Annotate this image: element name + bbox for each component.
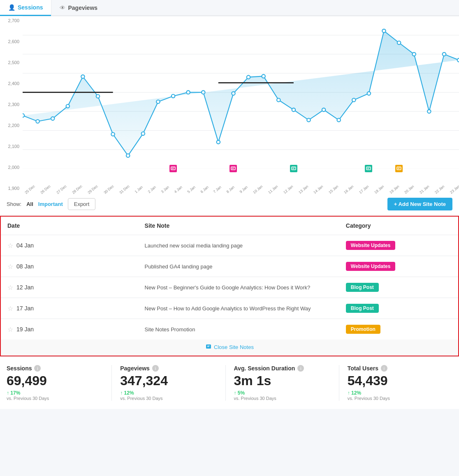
stat-avg-session: Avg. Session Duration i 3m 1s ↑ 5% vs. P… [226,365,339,401]
col-header-category: Category [339,217,458,235]
x-label: 5 Jan [186,185,196,194]
svg-point-16 [126,154,130,157]
svg-point-29 [322,108,325,111]
stat-total-users: Total Users i 54,439 ↑ 12% vs. Previous … [339,365,452,401]
table-header-row: Date Site Note Category [1,217,458,235]
x-label: 8 Jan [226,185,235,194]
close-notes-label: Close Site Notes [214,344,254,350]
stat-total-users-info[interactable]: i [381,365,387,372]
svg-point-11 [51,117,54,120]
y-label-1: 2,600 [0,39,23,44]
star-icon[interactable]: ☆ [7,242,13,250]
table-cell-category: Promotion [339,319,458,340]
y-label-8: 1,900 [0,186,23,191]
table-row: ☆ 08 Jan Published GA4 landing page Webs… [1,256,458,277]
close-notes-link[interactable]: Close Site Notes [205,344,254,350]
svg-point-26 [277,98,280,102]
svg-point-32 [367,92,371,95]
filter-all[interactable]: All [26,201,33,207]
table-row: ☆ 17 Jan New Post – How to Add Google An… [1,298,458,319]
x-label: 2 Jan [147,185,157,194]
table-cell-date: ☆ 08 Jan [1,256,138,277]
svg-point-31 [352,98,355,102]
x-axis: 25 Dec 26 Dec 27 Dec 28 Dec 29 Dec 30 De… [23,185,459,192]
filter-important[interactable]: Important [38,201,63,207]
svg-point-14 [96,95,100,98]
note-text: Site Notes Promotion [145,326,195,333]
x-label: 6 Jan [199,185,209,194]
add-note-button[interactable]: + Add New Site Note [387,198,452,210]
stat-avg-session-prev: vs. Previous 30 Days [234,396,331,401]
svg-point-21 [202,90,205,94]
note-text: Published GA4 landing page [145,263,213,270]
svg-point-9 [23,114,24,117]
table-cell-note: New Post – How to Add Google Analytics t… [138,298,339,319]
table-cell-note: New Post – Beginner's Guide to Google An… [138,277,339,298]
svg-point-37 [443,53,446,56]
category-badge: Website Updates [346,241,395,250]
col-header-note: Site Note [138,217,339,235]
stat-pageviews-info[interactable]: i [152,365,159,372]
note-text: New Post – How to Add Google Analytics t… [145,305,311,312]
y-label-3: 2,400 [0,81,23,86]
svg-point-13 [81,75,84,78]
star-icon[interactable]: ☆ [7,263,13,270]
page-wrapper: 👤 Sessions 👁 Pageviews 2,700 2,600 2,500… [0,0,459,409]
table-cell-category: Blog Post [339,277,458,298]
svg-point-17 [141,132,145,135]
date-value: 08 Jan [16,263,34,270]
stat-pageviews-change: ↑ 12% [120,390,217,396]
date-value: 19 Jan [16,326,34,333]
table-cell-note: Published GA4 landing page [138,256,339,277]
star-icon[interactable]: ☆ [7,326,13,333]
svg-point-24 [247,75,250,79]
date-value: 17 Jan [16,305,34,312]
x-label: 9 Jan [239,185,248,194]
table-cell-date: ☆ 17 Jan [1,298,138,319]
star-icon[interactable]: ☆ [7,284,13,291]
table-cell-category: Website Updates [339,235,458,256]
svg-point-23 [232,92,235,95]
stat-total-users-prev: vs. Previous 30 Days [348,396,444,401]
category-badge: Promotion [346,325,380,334]
y-label-7: 2,000 [0,165,23,170]
svg-point-35 [412,53,415,56]
stat-sessions: Sessions i 69,499 ↑ 17% vs. Previous 30 … [7,365,112,401]
svg-point-34 [397,41,401,44]
star-icon[interactable]: ☆ [7,305,13,312]
show-label: Show: [7,201,21,207]
tab-sessions[interactable]: 👤 Sessions [0,0,51,16]
close-notes-row: Close Site Notes [1,340,458,356]
table-cell-date: ☆ 19 Jan [1,319,138,340]
category-badge: Website Updates [346,262,395,271]
svg-point-25 [262,74,265,78]
note-icon [205,344,212,350]
svg-point-38 [457,58,459,62]
table-cell-category: Website Updates [339,256,458,277]
stat-sessions-value: 69,499 [7,373,103,388]
svg-point-20 [186,90,190,94]
chart-tabs: 👤 Sessions 👁 Pageviews [0,0,459,16]
svg-point-22 [217,140,220,143]
svg-point-15 [111,132,114,136]
table-cell-note: Site Notes Promotion [138,319,339,340]
note-text: New Post – Beginner's Guide to Google An… [145,284,311,291]
table-cell-category: Blog Post [339,298,458,319]
stat-pageviews-prev: vs. Previous 30 Days [120,396,217,401]
svg-point-28 [307,118,310,122]
y-axis: 2,700 2,600 2,500 2,400 2,300 2,200 2,10… [0,16,23,193]
svg-point-36 [427,110,431,113]
svg-point-27 [292,108,295,111]
table-row: ☆ 19 Jan Site Notes Promotion Promotion [1,319,458,340]
stat-avg-session-info[interactable]: i [297,365,304,372]
person-icon: 👤 [8,4,15,11]
chart-container: 2,700 2,600 2,500 2,400 2,300 2,200 2,10… [0,16,459,193]
tab-pageviews[interactable]: 👁 Pageviews [51,0,459,15]
x-label: 4 Jan [174,185,183,194]
notes-table-wrapper: Date Site Note Category ☆ 04 Jan Launche… [0,216,459,356]
date-value: 12 Jan [16,284,34,291]
eye-icon: 👁 [60,5,65,11]
stat-avg-session-value: 3m 1s [234,373,331,388]
export-button[interactable]: Export [68,198,96,210]
stat-sessions-info[interactable]: i [34,365,41,372]
